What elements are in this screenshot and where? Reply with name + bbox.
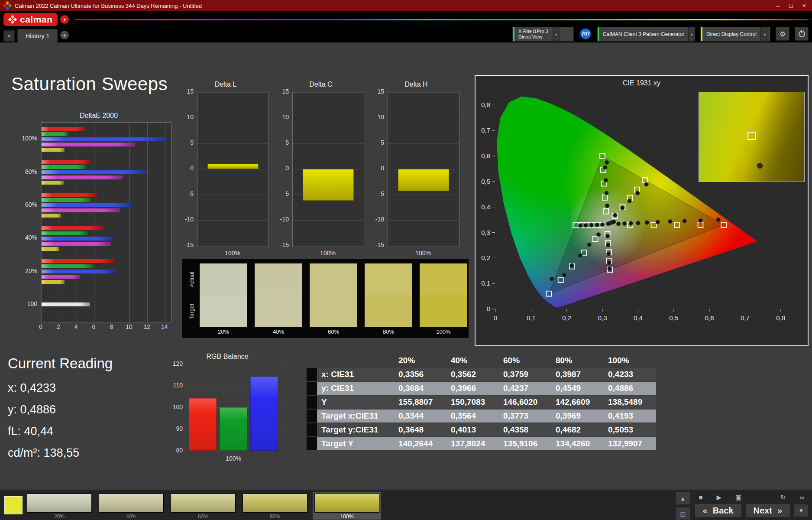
- row-label: x: CIE31: [317, 368, 394, 381]
- thumbnail-label: 80%: [243, 514, 307, 520]
- bar: [42, 231, 87, 235]
- bar: [250, 377, 278, 451]
- settings-button[interactable]: ⚙: [776, 27, 789, 41]
- gridline: [197, 195, 269, 195]
- row-label: Target x:CIE31: [317, 410, 394, 422]
- pattern-generator-dropdown[interactable]: CalMAN Client 3 Pattern Generator ▾: [597, 27, 695, 42]
- navigation-cluster: ▲ ◱ ■ ▶ ▣ ↻ ∞ « Back Next » ▼: [676, 492, 809, 520]
- stop-button[interactable]: ■: [699, 494, 703, 501]
- bar: [42, 247, 59, 251]
- y-category-label: 100%: [22, 135, 37, 142]
- bar: [42, 137, 167, 141]
- thumbnail-swatch: [27, 494, 92, 513]
- back-label: Back: [713, 506, 734, 516]
- calman-menu-caret[interactable]: ▾: [60, 15, 69, 24]
- layout-button[interactable]: ◱: [676, 507, 690, 520]
- y-tick-label: 10: [282, 114, 289, 120]
- table-cell: 0,3966: [446, 382, 499, 395]
- svg-text:0,8: 0,8: [481, 101, 490, 108]
- delta-l-chart: Delta L 151050-5-10-15 100%: [180, 81, 272, 257]
- bar: [42, 208, 120, 212]
- play-button[interactable]: ▶: [717, 494, 722, 501]
- gridline: [197, 118, 269, 118]
- close-button[interactable]: ×: [802, 2, 806, 9]
- bar: [42, 176, 123, 179]
- y-tick-label: 0: [381, 165, 384, 172]
- x-axis-label: 100%: [388, 250, 459, 257]
- layout-icon: ◱: [680, 510, 685, 517]
- y-tick-label: 0: [190, 165, 194, 172]
- scroll-up-button[interactable]: ▲: [676, 492, 690, 505]
- bar: [42, 148, 65, 152]
- actual-row-label: Actual: [186, 263, 197, 296]
- gridline: [77, 123, 77, 322]
- y-category-label: 80%: [25, 168, 37, 175]
- next-button[interactable]: Next »: [745, 504, 790, 517]
- chart-title: DeltaE 2000: [18, 112, 179, 120]
- table-cell: 0,4886: [604, 382, 656, 395]
- maximize-button[interactable]: □: [789, 2, 793, 9]
- refresh-button[interactable]: ↻: [780, 494, 786, 501]
- x-tick-label: 10: [124, 323, 134, 330]
- gridline: [197, 246, 269, 246]
- pattern-thumbnail[interactable]: 60%: [169, 492, 237, 520]
- minimize-button[interactable]: –: [776, 2, 780, 9]
- gridline: [59, 123, 59, 322]
- table-gutter-cell: [307, 396, 317, 409]
- continuous-measure-button[interactable]: ∞: [799, 494, 804, 501]
- back-button[interactable]: « Back: [695, 504, 742, 517]
- table-gutter-cell: [307, 423, 317, 436]
- pattern-thumbnail[interactable]: 100%: [313, 492, 381, 520]
- save-button[interactable]: ▣: [735, 494, 741, 501]
- bar: [42, 165, 86, 169]
- window-title: Calman 2022 Calman Ultimate for Business…: [15, 3, 776, 9]
- delta-c-ylabels: 151050-5-10-15: [275, 92, 292, 247]
- scroll-down-button[interactable]: ▼: [794, 504, 809, 517]
- x-axis-label: 100%: [186, 455, 281, 462]
- power-icon: [799, 31, 805, 37]
- meter-count: 707: [580, 29, 591, 39]
- display-control-dropdown[interactable]: Direct Display Control ▾: [700, 27, 770, 42]
- calman-menu-button[interactable]: calman: [3, 13, 58, 26]
- icon-spacer: [755, 494, 767, 501]
- y-tick-label: -10: [185, 216, 194, 223]
- x-tick-label: 6: [88, 323, 99, 330]
- table-cell: 150,7083: [446, 396, 499, 409]
- bar: [42, 203, 133, 207]
- add-tab-button[interactable]: +: [60, 31, 69, 39]
- cie1931-panel: CIE 1931 xy 00,10,20,30,40,50,60,70,800,…: [475, 75, 809, 346]
- table-cell: 140,2644: [394, 437, 446, 450]
- reading-x: x: 0,4233: [8, 381, 113, 395]
- swatch-column: 80%: [365, 263, 412, 338]
- table-cell: 0,3562: [446, 368, 499, 381]
- swatch-label: 100%: [420, 327, 467, 337]
- meter-dropdown[interactable]: X-Rite i1Pro 3 Direct View ▾: [512, 27, 574, 42]
- chevron-right-icon: »: [777, 506, 782, 516]
- power-button[interactable]: [795, 27, 809, 41]
- bar: [42, 226, 104, 230]
- page-title: Saturation Sweeps: [11, 74, 168, 94]
- y-tick-label: 110: [173, 382, 183, 389]
- history-collapse-button[interactable]: »: [3, 30, 15, 42]
- y-tick-label: -15: [375, 241, 384, 248]
- pattern-thumbnail[interactable]: 20%: [25, 492, 94, 520]
- table-cell: 0,3356: [394, 368, 446, 381]
- table-row: y: CIE310,36840,39660,42370,45490,4886: [307, 382, 656, 395]
- y-category-label: 100: [27, 300, 37, 307]
- tab-label: History 1: [26, 32, 49, 39]
- meter-mode: Direct View: [518, 34, 548, 40]
- cie-zoom-inset: [699, 92, 805, 182]
- svg-text:0,1: 0,1: [481, 280, 490, 287]
- y-tick-label: 10: [377, 114, 384, 120]
- y-category-label: 40%: [25, 234, 37, 241]
- tab-history-1[interactable]: History 1: [17, 29, 58, 42]
- pattern-thumbnail[interactable]: 80%: [241, 492, 309, 520]
- table-cell: 135,9106: [499, 437, 551, 450]
- pattern-thumbnail[interactable]: 40%: [97, 492, 165, 520]
- chevron-down-icon: ▾: [688, 27, 695, 41]
- x-tick-label: 8: [106, 323, 116, 330]
- rgb-ylabels: 1201101009080: [169, 364, 186, 452]
- column-header: 60%: [499, 354, 551, 367]
- bottombar: 20%40%60%80%100% ▲ ◱ ■ ▶ ▣ ↻ ∞ « Back Ne…: [0, 490, 812, 520]
- table-row: x: CIE310,33560,35620,37590,39870,4233: [307, 368, 656, 381]
